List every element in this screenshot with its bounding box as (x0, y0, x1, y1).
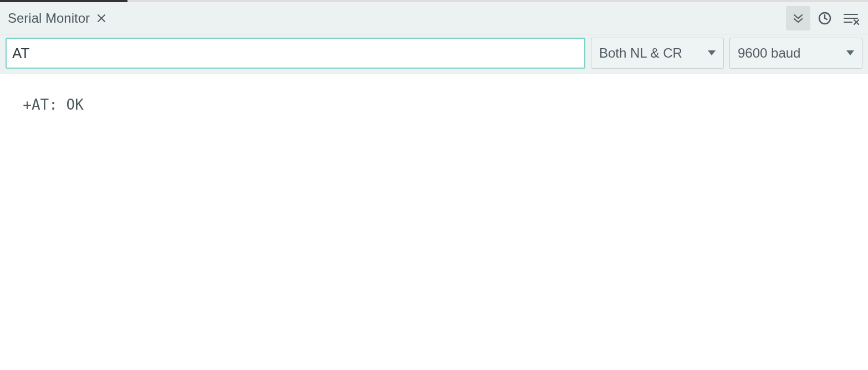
clear-output-button[interactable] (839, 6, 864, 30)
serial-output: +AT: OK (0, 74, 868, 119)
double-chevron-down-icon (792, 12, 805, 25)
tab-title: Serial Monitor (8, 11, 90, 26)
line-ending-label: Both NL & CR (599, 45, 682, 61)
close-icon[interactable] (96, 13, 106, 23)
line-ending-select[interactable]: Both NL & CR (591, 38, 724, 69)
tab[interactable]: Serial Monitor (8, 11, 106, 26)
command-input[interactable] (6, 38, 585, 69)
baud-rate-label: 9600 baud (738, 45, 800, 61)
toolbar: Both NL & CR 9600 baud (0, 34, 868, 74)
panel-header: Serial Monitor (0, 2, 868, 34)
chevron-down-icon (708, 50, 716, 56)
window-top-border (0, 0, 868, 2)
timestamp-button[interactable] (813, 6, 837, 30)
chevron-down-icon (846, 50, 854, 56)
clear-lines-icon (843, 12, 860, 25)
baud-rate-select[interactable]: 9600 baud (729, 38, 862, 69)
autoscroll-button[interactable] (786, 6, 810, 30)
clock-icon (818, 11, 832, 25)
output-line: +AT: OK (23, 96, 84, 113)
svg-marker-9 (846, 50, 854, 55)
svg-marker-8 (708, 50, 716, 55)
